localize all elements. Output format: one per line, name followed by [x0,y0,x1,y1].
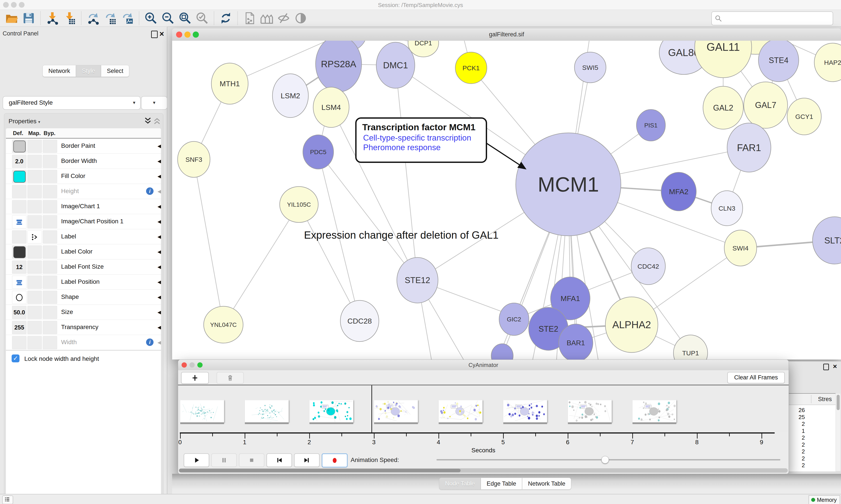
tab-network-table[interactable]: Network Table [522,478,571,489]
property-row-border-width[interactable]: 2.0Border Width◀ [6,154,161,169]
tab-network[interactable]: Network [42,65,76,77]
default-value-cell[interactable] [12,246,26,258]
mapping-cell[interactable] [28,140,42,153]
tab-style[interactable]: Style [76,65,101,77]
node-PDC5[interactable]: PDC5 [303,135,334,169]
bypass-cell[interactable] [43,260,57,274]
node-GIC2[interactable]: GIC2 [499,303,529,336]
default-value-cell[interactable]: 12 [12,260,26,274]
import-table-icon[interactable] [62,12,76,25]
bypass-cell[interactable] [43,276,57,289]
node-BAR1[interactable]: BAR1 [559,324,593,360]
expand-property-icon[interactable]: ◀ [158,294,161,300]
node-SWI5[interactable]: SWI5 [574,52,606,83]
bypass-cell[interactable] [43,230,57,244]
property-row-label-color[interactable]: Label Color◀ [6,244,161,259]
node-RPS28A[interactable]: RPS28A [316,41,362,92]
expand-property-icon[interactable]: ◀ [158,264,161,270]
default-value-cell[interactable] [12,185,26,198]
table-scrollbar-thumb[interactable] [837,395,840,410]
mapping-cell[interactable] [28,336,42,349]
frame-thumbnail-6[interactable] [568,400,612,422]
prev-button[interactable] [267,453,292,467]
node-DMC1[interactable]: DMC1 [376,42,415,88]
network-graph[interactable]: DCP1RPS28ADMC1PCK1SWI5GAL80GAL11STE4HAP2… [172,41,841,360]
expand-property-icon[interactable]: ◀ [158,143,161,149]
expand-property-icon[interactable]: ◀ [158,234,161,240]
table-panel-close-icon[interactable]: × [833,362,837,371]
node-LSM4[interactable]: LSM4 [313,87,349,127]
import-network-icon[interactable] [46,12,59,25]
node-HAP2[interactable]: HAP2 [814,43,841,82]
property-row-width[interactable]: Widthi◀ [6,335,161,350]
add-frame-button[interactable] [181,372,209,384]
default-value-cell[interactable] [12,140,26,153]
zoom-selected-icon[interactable] [195,12,209,25]
mapping-cell[interactable] [28,230,42,244]
task-history-button[interactable] [2,496,13,504]
frames-timeline-strip[interactable] [178,385,789,432]
expand-all-icon[interactable] [143,116,152,125]
default-value-cell[interactable]: 50.0 [12,306,26,319]
annotation-box[interactable]: Transcription factor MCM1 Cell-type-spec… [355,118,487,163]
mapping-cell[interactable] [28,276,42,289]
node-ALPHA2[interactable]: ALPHA2 [605,297,658,353]
cyanimator-scrollbar-thumb[interactable] [179,469,461,472]
bypass-cell[interactable] [43,291,57,304]
mapping-cell[interactable] [28,260,42,274]
node-MCM1[interactable]: MCM1 [516,133,621,236]
default-value-cell[interactable] [12,336,26,349]
network-edge[interactable] [395,65,417,280]
node-FAR1[interactable]: FAR1 [727,123,771,172]
expand-property-icon[interactable]: ◀ [158,188,161,194]
node-PCK1[interactable]: PCK1 [455,52,487,84]
table-panel-float-icon[interactable] [823,364,829,370]
bypass-cell[interactable] [43,170,57,183]
search-input[interactable] [711,12,833,25]
overview-icon[interactable] [260,12,273,25]
mapping-cell[interactable] [28,291,42,304]
info-icon[interactable]: i [146,339,154,346]
tab-select[interactable]: Select [101,65,129,77]
property-row-size[interactable]: 50.0Size◀ [6,305,161,320]
node-CDC28[interactable]: CDC28 [340,300,379,342]
node-bottomcut1[interactable] [491,344,513,360]
bypass-cell[interactable] [43,140,57,153]
pause-button[interactable] [211,453,237,467]
network-window-titlebar[interactable]: galFiltered.sif [172,29,841,41]
property-row-transparency[interactable]: 255Transparency◀ [6,320,161,335]
node-STE4[interactable]: STE4 [758,41,799,82]
default-value-cell[interactable] [12,276,26,289]
memory-button[interactable]: Memory [809,495,840,504]
node-YNL047C[interactable]: YNL047C [204,306,243,343]
bypass-cell[interactable] [43,306,57,319]
mapping-cell[interactable] [28,185,42,198]
property-row-label-position[interactable]: Label Position◀ [6,274,161,290]
record-button[interactable] [322,453,347,467]
hide-panel-icon[interactable] [277,12,290,25]
style-selector[interactable]: galFiltered Style ▾ [3,96,141,110]
bypass-cell[interactable] [43,215,57,228]
cyanimator-titlebar[interactable]: CyAnimator [178,360,789,371]
expand-property-icon[interactable]: ◀ [158,173,161,179]
node-SLT2[interactable]: SLT2 [812,217,841,264]
control-panel-close-icon[interactable]: × [159,29,164,38]
lock-size-row[interactable]: ✓Lock node width and height [6,350,161,367]
property-row-height[interactable]: Heighti◀ [6,184,161,199]
property-row-label-font-size[interactable]: 12Label Font Size◀ [6,259,161,274]
network-file-icon[interactable] [243,12,256,25]
node-GCY1[interactable]: GCY1 [787,98,821,135]
bypass-cell[interactable] [43,321,57,334]
save-icon[interactable] [22,12,35,25]
node-CDC42[interactable]: CDC42 [631,248,665,285]
stop-button[interactable] [239,453,264,467]
frame-thumbnail-0[interactable] [180,400,224,422]
expand-property-icon[interactable]: ◀ [158,324,161,330]
annotation-link-2[interactable]: Pheromone response [363,143,486,152]
checkbox-checked-icon[interactable]: ✓ [12,355,19,362]
mapping-cell[interactable] [28,155,42,168]
expand-property-icon[interactable]: ◀ [158,249,161,255]
collapse-all-icon[interactable] [153,116,161,125]
node-GAL7[interactable]: GAL7 [744,82,788,128]
frame-thumbnail-1[interactable] [245,400,289,422]
